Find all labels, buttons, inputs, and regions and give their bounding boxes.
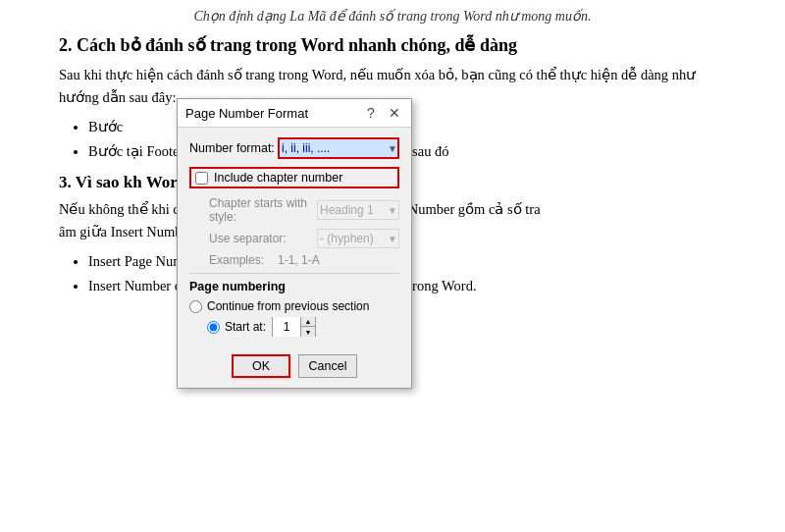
chapter-starts-label: Chapter starts with style: — [209, 196, 317, 224]
include-chapter-row[interactable]: Include chapter number — [189, 167, 399, 188]
start-at-radio[interactable] — [207, 321, 220, 334]
continue-label: Continue from previous section — [207, 299, 369, 313]
chapter-starts-row: Chapter starts with style: Heading 1 ▼ — [209, 196, 399, 224]
page-numbering-title: Page numbering — [189, 280, 399, 293]
continue-radio-row: Continue from previous section — [189, 299, 399, 313]
start-at-label: Start at: — [225, 320, 266, 334]
page-number-format-dialog: Page Number Format ? ✕ Number format: i,… — [177, 98, 412, 389]
dialog-titlebar: Page Number Format ? ✕ — [178, 99, 411, 128]
chapter-starts-select[interactable]: Heading 1 — [317, 200, 399, 220]
ok-button[interactable]: OK — [232, 354, 290, 378]
help-icon-button[interactable]: ? — [362, 104, 380, 122]
dialog-body: Number format: i, ii, iii, .... 1, 2, 3,… — [178, 128, 411, 350]
dialog-title: Page Number Format — [185, 106, 308, 121]
use-separator-select-wrapper: - (hyphen) ▼ — [317, 229, 399, 248]
section-divider — [189, 273, 399, 274]
number-format-select-wrapper: i, ii, iii, .... 1, 2, 3, ... a, b, c, .… — [278, 137, 399, 159]
dialog-title-icons: ? ✕ — [362, 104, 403, 122]
cancel-button[interactable]: Cancel — [298, 354, 357, 378]
include-chapter-label: Include chapter number — [214, 171, 342, 185]
include-chapter-checkbox[interactable] — [195, 172, 208, 185]
close-icon-button[interactable]: ✕ — [386, 104, 403, 122]
start-at-input[interactable] — [273, 317, 300, 337]
use-separator-row: Use separator: - (hyphen) ▼ — [209, 229, 399, 248]
chapter-starts-select-wrapper: Heading 1 ▼ — [317, 200, 399, 220]
spinner-up-button[interactable]: ▲ — [301, 317, 315, 327]
top-description: Chọn định dạng La Mã để đánh số trang tr… — [59, 8, 726, 25]
use-separator-label: Use separator: — [209, 232, 317, 245]
examples-row: Examples: 1-1, 1-A — [209, 253, 399, 267]
heading2: 2. Cách bỏ đánh số trang trong Word nhan… — [59, 34, 726, 56]
use-separator-select[interactable]: - (hyphen) — [317, 229, 399, 248]
spinner-buttons: ▲ ▼ — [300, 317, 315, 337]
examples-label: Examples: — [209, 253, 278, 267]
number-format-row: Number format: i, ii, iii, .... 1, 2, 3,… — [189, 137, 399, 159]
start-at-spinner: ▲ ▼ — [272, 317, 316, 337]
spinner-down-button[interactable]: ▼ — [301, 327, 315, 337]
examples-value: 1-1, 1-A — [278, 253, 320, 267]
dialog-footer: OK Cancel — [178, 350, 411, 388]
chapter-options-section: Chapter starts with style: Heading 1 ▼ U… — [189, 196, 399, 267]
number-format-select[interactable]: i, ii, iii, .... 1, 2, 3, ... a, b, c, .… — [278, 137, 399, 159]
continue-radio[interactable] — [189, 300, 202, 313]
start-at-row: Start at: ▲ ▼ — [189, 317, 399, 337]
number-format-label: Number format: — [189, 141, 278, 155]
